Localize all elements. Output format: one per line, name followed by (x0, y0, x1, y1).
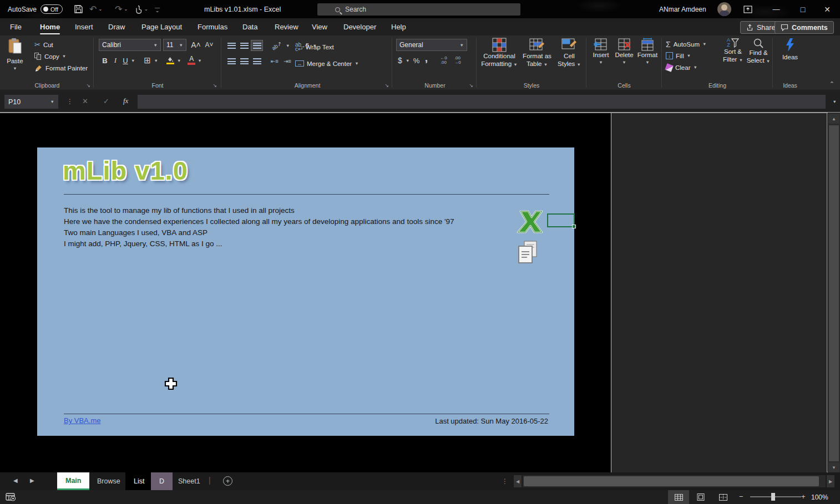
sheet-tab-sheet1[interactable]: Sheet1 (170, 472, 209, 490)
wrap-text-button[interactable]: abc↩ Wrap Text (295, 41, 334, 53)
middle-align-button[interactable] (238, 40, 250, 51)
ideas-button[interactable]: Ideas (778, 38, 802, 61)
hscroll-right-button[interactable]: ▶ (827, 475, 834, 487)
delete-cells-button[interactable]: Delete ▼ (613, 38, 636, 67)
normal-view-button[interactable] (668, 490, 689, 504)
tab-file[interactable]: File (10, 18, 22, 35)
fill-button[interactable]: ↓ Fill ▼ (666, 50, 706, 62)
align-left-button[interactable] (225, 55, 237, 67)
percent-style-button[interactable]: % (411, 54, 421, 67)
scroll-down-button[interactable]: ▼ (828, 462, 839, 472)
customize-qat-button[interactable]: — ⌄ (155, 0, 160, 18)
touch-mouse-mode-button[interactable]: ⌄ (135, 0, 148, 18)
comments-button[interactable]: Comments (775, 21, 834, 34)
dialog-launcher-icon[interactable]: ↘ (384, 83, 389, 88)
bold-button[interactable]: B (100, 54, 110, 67)
avatar[interactable] (717, 2, 731, 16)
zoom-out-button[interactable]: − (739, 492, 743, 501)
page-layout-view-button[interactable] (690, 490, 711, 504)
fill-color-button[interactable] (165, 54, 176, 67)
cut-button[interactable]: ✂ Cut (34, 39, 88, 50)
font-size-select[interactable]: 11 ▼ (163, 39, 186, 51)
sheet-tab-browse[interactable]: Browse (89, 472, 129, 490)
tab-page-layout[interactable]: Page Layout (141, 18, 182, 35)
dialog-launcher-icon[interactable]: ↘ (212, 83, 217, 88)
cancel-button[interactable]: ✕ (82, 97, 88, 105)
insert-function-button[interactable]: fx (123, 96, 128, 105)
tab-view[interactable]: View (312, 18, 327, 35)
enter-button[interactable]: ✓ (103, 97, 109, 105)
orientation-button[interactable]: ab↗ (269, 40, 285, 51)
font-family-select[interactable]: Calibri ▼ (99, 39, 161, 51)
name-box[interactable]: P10 ▼ (4, 95, 58, 109)
vertical-scrollbar[interactable]: ▲ ▼ (828, 113, 840, 472)
align-center-button[interactable] (238, 55, 250, 67)
tab-scroll-resize-handle[interactable]: ⋮ (502, 477, 508, 485)
account-name[interactable]: ANmar Amdeen (659, 0, 706, 18)
search-box[interactable]: Search (317, 3, 520, 16)
undo-button[interactable]: ↶⌄ (89, 0, 102, 18)
bottom-align-button[interactable] (251, 40, 263, 51)
decrease-font-size-button[interactable]: A˅ (203, 39, 215, 51)
underline-button[interactable]: U (121, 54, 130, 67)
worksheet-canvas[interactable]: mLib v1.0 This is the tool to manage my … (0, 113, 828, 472)
tab-home[interactable]: Home (40, 18, 60, 35)
prev-sheet-button[interactable]: ◀ (13, 477, 18, 483)
scroll-up-button[interactable]: ▲ (828, 114, 839, 124)
redo-button[interactable]: ↷⌄ (115, 0, 128, 18)
tab-draw[interactable]: Draw (108, 18, 125, 35)
maximize-button[interactable]: □ (790, 0, 816, 18)
dialog-launcher-icon[interactable]: ↘ (86, 83, 90, 88)
vba-me-link[interactable]: By VBA.me (64, 416, 100, 425)
increase-indent-button[interactable]: ⇥≡ (281, 55, 294, 67)
tab-review[interactable]: Review (275, 18, 298, 35)
autosum-button[interactable]: Σ AutoSum ▼ (666, 38, 706, 50)
page-break-view-button[interactable] (712, 490, 733, 504)
format-as-table-button[interactable]: Format as Table ▼ (520, 38, 554, 69)
find-select-button[interactable]: Find & Select ▼ (746, 38, 771, 65)
collapse-ribbon-button[interactable]: ⌃ (829, 80, 834, 88)
copy-button[interactable]: Copy ▼ (34, 50, 88, 62)
tab-developer[interactable]: Developer (343, 18, 376, 35)
format-cells-button[interactable]: Format ▼ (636, 38, 659, 67)
vertical-scroll-thumb[interactable] (829, 125, 839, 461)
cell-styles-button[interactable]: Cell Styles ▼ (555, 38, 584, 69)
increase-font-size-button[interactable]: A˄ (190, 39, 202, 51)
zoom-slider-track[interactable] (750, 496, 801, 497)
macro-record-icon[interactable] (6, 493, 16, 501)
merge-center-button[interactable]: ↔ Merge & Center ▼ (295, 58, 359, 69)
increase-decimal-button[interactable]: ←0 .00 (437, 54, 449, 67)
conditional-formatting-button[interactable]: Conditional Formatting ▼ (479, 38, 519, 69)
sort-filter-button[interactable]: AZ Sort & Filter ▼ (720, 38, 746, 64)
autosave-toggle[interactable]: AutoSave Off (8, 0, 63, 18)
horizontal-scroll-thumb[interactable] (524, 476, 819, 486)
active-cell-selection[interactable] (547, 213, 575, 227)
insert-cells-button[interactable]: Insert ▼ (589, 38, 613, 67)
sheet-tab-list[interactable]: List (125, 472, 153, 490)
clear-button[interactable]: Clear ▼ (666, 62, 706, 73)
next-sheet-button[interactable]: ▶ (30, 477, 34, 483)
horizontal-scrollbar[interactable] (523, 475, 826, 487)
accounting-format-button[interactable]: $ (396, 54, 404, 67)
close-button[interactable]: ✕ (814, 0, 840, 18)
save-button[interactable] (74, 0, 83, 18)
tab-formulas[interactable]: Formulas (198, 18, 227, 35)
comma-style-button[interactable]: , (423, 54, 429, 67)
zoom-slider-thumb[interactable] (771, 493, 775, 501)
decrease-indent-button[interactable]: ⇤≡ (269, 55, 281, 67)
expand-formula-bar-button[interactable]: ▼ (833, 99, 837, 104)
zoom-level[interactable]: 100% (811, 493, 828, 501)
name-box-resize-handle[interactable]: ⋮ (67, 98, 73, 105)
sheet-area[interactable]: mLib v1.0 This is the tool to manage my … (0, 113, 611, 472)
tab-data[interactable]: Data (242, 18, 257, 35)
top-align-button[interactable] (225, 40, 237, 51)
decrease-decimal-button[interactable]: .00 →0 (451, 54, 463, 67)
italic-button[interactable]: I (111, 54, 120, 67)
number-format-select[interactable]: General ▼ (396, 39, 467, 51)
zoom-in-button[interactable]: + (801, 492, 806, 501)
ribbon-display-options-button[interactable] (743, 0, 752, 18)
format-painter-button[interactable]: Format Painter (34, 62, 88, 74)
dialog-launcher-icon[interactable]: ↘ (469, 83, 473, 88)
formula-input[interactable] (138, 95, 826, 109)
align-right-button[interactable] (251, 55, 263, 67)
